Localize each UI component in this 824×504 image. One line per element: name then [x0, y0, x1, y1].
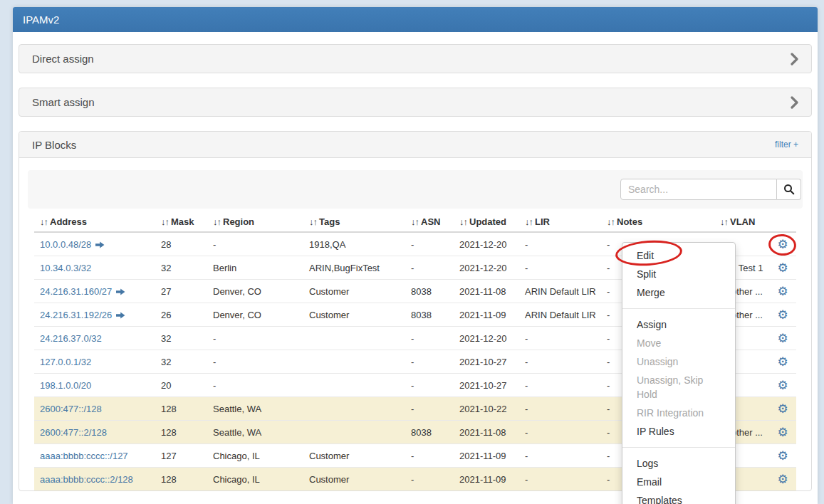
- menu-item-ip-rules[interactable]: IP Rules: [622, 422, 735, 441]
- address-link[interactable]: aaaa:bbbb:cccc::/127: [40, 451, 128, 461]
- menu-item-email[interactable]: Email: [622, 473, 735, 491]
- column-label: Address: [50, 216, 87, 227]
- tags-cell: [303, 421, 405, 444]
- asn-cell: -: [405, 397, 454, 421]
- address-link[interactable]: 24.216.37.0/32: [40, 333, 102, 344]
- lir-cell: -: [519, 350, 601, 374]
- column-header-notes[interactable]: ↓↑Notes: [601, 213, 714, 232]
- sort-icon: ↓↑: [525, 216, 533, 227]
- column-header-tags[interactable]: ↓↑Tags: [303, 213, 405, 232]
- lir-cell: -: [519, 256, 601, 280]
- column-label: Mask: [171, 216, 194, 227]
- address-link[interactable]: 127.0.0.1/32: [40, 357, 91, 367]
- column-label: ASN: [421, 216, 440, 227]
- gear-icon[interactable]: ⚙: [777, 403, 788, 415]
- menu-item-rir-integration: RIR Integration: [622, 404, 735, 422]
- region-cell: -: [207, 327, 303, 350]
- updated-cell: 2021-11-08: [454, 421, 519, 444]
- row-actions-menu: Edit Split Merge Assign Move Unassign Un…: [622, 242, 736, 504]
- column-header-region[interactable]: ↓↑Region: [207, 213, 303, 232]
- asn-cell: -: [405, 444, 454, 468]
- sort-icon: ↓↑: [459, 216, 467, 227]
- column-header-mask[interactable]: ↓↑Mask: [155, 213, 207, 232]
- updated-cell: 2021-10-22: [454, 397, 519, 421]
- updated-cell: 2021-12-20: [454, 232, 519, 256]
- column-label: LIR: [535, 216, 550, 227]
- region-cell: Denver, CO: [207, 280, 303, 303]
- column-header-address[interactable]: ↓↑Address: [34, 213, 155, 232]
- address-link[interactable]: 2600:477::/128: [40, 404, 102, 414]
- menu-item-move: Move: [622, 334, 735, 352]
- address-link[interactable]: 24.216.31.192/26: [40, 310, 112, 320]
- search-button[interactable]: [777, 179, 801, 200]
- asn-cell: -: [405, 468, 454, 491]
- gear-icon[interactable]: ⚙: [777, 309, 788, 321]
- lir-cell: -: [519, 397, 601, 421]
- lir-cell: -: [519, 444, 601, 468]
- address-link[interactable]: 2600:477::2/128: [40, 427, 107, 438]
- mask-cell: 128: [155, 397, 207, 421]
- lir-cell: ARIN Default LIR: [519, 303, 601, 327]
- gear-icon[interactable]: ⚙: [777, 332, 788, 345]
- menu-item-templates[interactable]: Templates: [622, 491, 735, 504]
- column-header-updated[interactable]: ↓↑Updated: [454, 213, 519, 232]
- column-label: VLAN: [730, 216, 755, 227]
- menu-item-unassign-skip-hold: Unassign, Skip Hold: [622, 371, 735, 404]
- region-cell: -: [207, 350, 303, 374]
- menu-item-merge[interactable]: Merge: [622, 283, 735, 302]
- address-link[interactable]: 24.216.31.160/27: [40, 286, 112, 297]
- column-header-vlan[interactable]: ↓↑VLAN: [714, 213, 769, 232]
- column-label: Region: [223, 216, 254, 227]
- column-label: Updated: [469, 216, 506, 227]
- region-cell: Chicago, IL: [207, 444, 303, 468]
- gear-icon[interactable]: ⚙: [777, 450, 788, 462]
- region-cell: -: [207, 374, 303, 397]
- region-cell: Berlin: [207, 256, 303, 280]
- mask-cell: 32: [155, 256, 207, 280]
- tags-cell: Customer: [303, 303, 405, 327]
- address-link[interactable]: 10.0.0.48/28: [40, 239, 91, 250]
- gear-icon[interactable]: ⚙: [777, 262, 788, 274]
- mask-cell: 20: [155, 374, 207, 397]
- gear-icon[interactable]: ⚙: [777, 356, 788, 368]
- address-link[interactable]: aaaa:bbbb:cccc::2/128: [40, 474, 133, 485]
- column-header-actions: [769, 213, 796, 232]
- asn-cell: 8038: [405, 421, 454, 444]
- tags-cell: Customer: [303, 280, 405, 303]
- gear-icon[interactable]: ⚙: [777, 285, 788, 298]
- search-input[interactable]: [620, 179, 777, 200]
- menu-item-logs[interactable]: Logs: [622, 454, 735, 473]
- filter-toggle-link[interactable]: filter +: [775, 140, 798, 149]
- gear-icon[interactable]: ⚙: [777, 379, 788, 392]
- direct-assign-panel[interactable]: Direct assign: [19, 44, 812, 73]
- asn-cell: -: [405, 256, 454, 280]
- column-header-asn[interactable]: ↓↑ASN: [405, 213, 454, 232]
- address-link[interactable]: 198.1.0.0/20: [40, 380, 91, 391]
- sort-icon: ↓↑: [161, 216, 169, 227]
- mask-cell: 27: [155, 280, 207, 303]
- updated-cell: 2021-12-20: [454, 256, 519, 280]
- tags-cell: [303, 374, 405, 397]
- asn-cell: -: [405, 350, 454, 374]
- asn-cell: -: [405, 374, 454, 397]
- tags-cell: ARIN,BugFixTest: [303, 256, 405, 280]
- mask-cell: 32: [155, 327, 207, 350]
- sort-icon: ↓↑: [213, 216, 221, 227]
- gear-icon[interactable]: ⚙: [777, 426, 788, 439]
- mask-cell: 128: [155, 421, 207, 444]
- smart-assign-panel[interactable]: Smart assign: [19, 88, 812, 117]
- mask-cell: 127: [155, 444, 207, 468]
- menu-item-assign[interactable]: Assign: [622, 315, 735, 334]
- tags-cell: Customer: [303, 444, 405, 468]
- lir-cell: -: [519, 421, 601, 444]
- tags-cell: [303, 397, 405, 421]
- updated-cell: 2021-10-27: [454, 350, 519, 374]
- gear-icon[interactable]: ⚙: [777, 473, 788, 485]
- menu-item-split[interactable]: Split: [622, 265, 735, 283]
- region-cell: -: [207, 232, 303, 256]
- column-header-lir[interactable]: ↓↑LIR: [519, 213, 601, 232]
- lir-cell: -: [519, 468, 601, 491]
- address-link[interactable]: 10.34.0.3/32: [40, 263, 91, 273]
- region-cell: Seattle, WA: [207, 421, 303, 444]
- tags-cell: [303, 350, 405, 374]
